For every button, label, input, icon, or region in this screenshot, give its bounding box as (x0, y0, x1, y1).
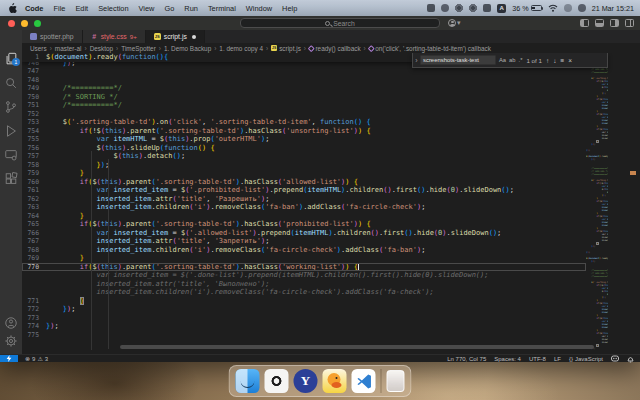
breadcrumb-item[interactable]: ready() callback (309, 45, 361, 52)
code-line[interactable]: 749 /*==========*/ (22, 84, 586, 93)
code-line[interactable]: 758 }); (22, 161, 586, 170)
breadcrumb-item[interactable]: 1. Demo Backup (164, 45, 211, 52)
control-center-icon[interactable] (564, 4, 572, 12)
problems-indicator[interactable]: ⊗ 9 ⚠ 3 (25, 355, 48, 362)
run-debug-icon[interactable] (4, 124, 18, 138)
account-menu[interactable]: ▾ (448, 19, 461, 27)
close-window-button[interactable] (8, 20, 15, 27)
match-case-icon[interactable]: Aa (499, 57, 506, 63)
code-line[interactable]: 748 (22, 76, 586, 85)
apple-menu-icon[interactable] (8, 3, 17, 13)
code-line[interactable]: 771 } (22, 297, 586, 306)
code-line[interactable]: 772 }); (22, 305, 586, 314)
minimize-window-button[interactable] (21, 20, 28, 27)
menu-item-help[interactable]: Help (282, 4, 297, 13)
code-line[interactable]: var inserted_item = $('.done-list').prep… (22, 271, 586, 280)
breadcrumb-item[interactable]: Desktop (90, 45, 113, 52)
encoding[interactable]: UTF-8 (529, 356, 546, 362)
code-line[interactable]: 769 } (22, 254, 586, 263)
code-line[interactable]: 750 /* SORTING */ (22, 93, 586, 102)
input-source-icon[interactable]: A (497, 4, 506, 13)
code-line[interactable]: inserted_item.children('i').removeClass(… (22, 288, 586, 297)
code-line[interactable]: 751 /*==========*/ (22, 101, 586, 110)
menu-item-window[interactable]: Window (246, 4, 272, 13)
code-line[interactable]: 764 } (22, 212, 586, 221)
command-center-search[interactable]: Search (240, 18, 440, 28)
menu-item-selection[interactable]: Selection (98, 4, 128, 13)
toggle-replace-icon[interactable]: › (413, 57, 420, 64)
code-line[interactable]: 756 $(this).slideUp(function() { (22, 144, 586, 153)
code-line[interactable]: 770 if($(this).parent('.sorting-table-td… (22, 263, 586, 272)
wifi-icon[interactable] (548, 4, 558, 12)
menu-clock[interactable]: 21 Mar 15:21 (592, 4, 634, 13)
language-mode[interactable]: {} JavaScript (569, 356, 603, 362)
code-line[interactable]: 747 (22, 67, 586, 76)
settings-gear-icon[interactable] (4, 334, 18, 348)
indentation[interactable]: Spaces: 4 (494, 356, 521, 362)
menu-item-edit[interactable]: Edit (75, 4, 88, 13)
code-line[interactable]: 755 var itemHTML = $(this).prop('outerHT… (22, 135, 586, 144)
minimap[interactable]: $(document).ready(function(){ }); /*====… (586, 53, 608, 350)
breadcrumb-item[interactable]: TimeSpotter (121, 45, 156, 52)
chatgpt-dock-icon[interactable] (265, 369, 289, 393)
eol-sequence[interactable]: LF (554, 356, 561, 362)
code-line[interactable]: 760 if($(this).parent('.sorting-table-td… (22, 178, 586, 187)
menu-item-go[interactable]: Go (164, 4, 174, 13)
breadcrumb-item[interactable]: JSscript.js (271, 45, 301, 52)
accounts-icon[interactable] (4, 316, 18, 330)
battery-indicator[interactable]: 36 % (512, 4, 541, 13)
yandex-browser-dock-icon[interactable]: Y (294, 369, 318, 393)
find-in-selection-icon[interactable]: ≡ (560, 57, 564, 64)
code-line[interactable]: 754 if(!$(this).parent('.sorting-table-t… (22, 127, 586, 136)
remote-indicator[interactable] (0, 355, 18, 362)
tab-script.js[interactable]: JSscript.js (146, 30, 205, 43)
code-line[interactable]: 759 } (22, 169, 586, 178)
code-line[interactable]: 775 (22, 331, 586, 340)
toggle-secondary-sidebar-icon[interactable] (610, 19, 619, 27)
finder-dock-icon[interactable] (236, 369, 260, 393)
tab-style.css[interactable]: #style.css9+ (83, 30, 146, 43)
source-control-icon[interactable] (4, 100, 18, 114)
toggle-panel-icon[interactable] (595, 19, 604, 27)
menu-item-run[interactable]: Run (184, 4, 198, 13)
settings-menu-icon[interactable] (469, 4, 477, 12)
menu-extra-icon[interactable] (441, 4, 449, 12)
breadcrumb-item[interactable]: 1. demo copy 4 (219, 45, 263, 52)
menu-item-file[interactable]: File (53, 4, 65, 13)
code-line[interactable]: 768 inserted_item.children('i').removeCl… (22, 246, 586, 255)
code-line[interactable]: 757 $(this).detach(); (22, 152, 586, 161)
code-line[interactable]: inserted_item.attr('title', 'Выполнено')… (22, 280, 586, 289)
breadcrumb-item[interactable]: master-al (55, 45, 82, 52)
code-line[interactable]: 761 var inserted_item = $('.prohibited-l… (22, 186, 586, 195)
code-line[interactable]: 765 if($(this).parent('.sorting-table-td… (22, 220, 586, 229)
find-input[interactable]: screenshots-task-text (420, 55, 496, 65)
whole-word-icon[interactable]: ab (509, 57, 515, 63)
breadcrumb-item[interactable]: Users (30, 45, 47, 52)
breadcrumb-item[interactable]: on('click', '.sorting-table-td-item') ca… (369, 45, 491, 52)
notifications-bell-icon[interactable] (627, 355, 634, 363)
horizontal-scrollbar[interactable] (120, 345, 594, 349)
cursor-position[interactable]: Ln 770, Col 75 (447, 356, 486, 362)
code-line[interactable]: 774}); (22, 322, 586, 331)
settings-menu-icon[interactable] (455, 4, 463, 12)
code-line[interactable]: 752 (22, 110, 586, 119)
code-line[interactable]: 763 inserted_item.children('i').removeCl… (22, 203, 586, 212)
trash-dock-icon[interactable] (387, 370, 405, 392)
menu-extra-icon[interactable] (427, 4, 435, 12)
code-line[interactable]: 767 inserted_item.attr('title', 'Запрети… (22, 237, 586, 246)
menu-item-terminal[interactable]: Terminal (208, 4, 236, 13)
menu-item-code[interactable]: Code (25, 4, 43, 13)
copilot-icon[interactable] (611, 355, 619, 362)
tab-spotter.php[interactable]: spotter.php (22, 30, 83, 43)
previous-match-icon[interactable]: ↑ (546, 57, 549, 64)
regex-icon[interactable]: .* (519, 57, 523, 63)
menu-extra-icon[interactable] (483, 4, 491, 12)
customize-layout-icon[interactable] (625, 19, 634, 27)
code-line[interactable]: 753 $('.sorting-table-td').on('click', '… (22, 118, 586, 127)
code-line[interactable]: 766 var inserted_item = $('.allowed-list… (22, 229, 586, 238)
close-icon[interactable]: × (568, 57, 572, 64)
remote-explorer-icon[interactable] (4, 148, 18, 162)
menu-item-view[interactable]: View (139, 4, 155, 13)
zoom-window-button[interactable] (34, 20, 41, 27)
code-editor[interactable]: 746 });747748749 /*==========*/750 /* SO… (22, 53, 640, 350)
